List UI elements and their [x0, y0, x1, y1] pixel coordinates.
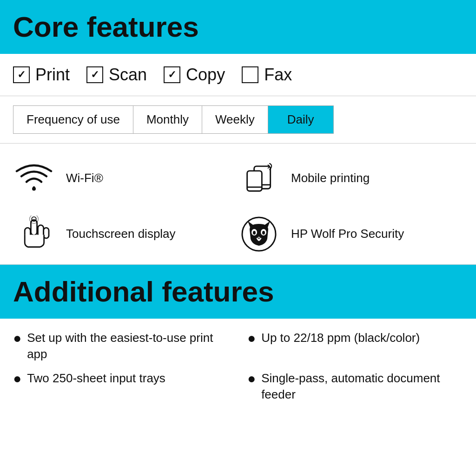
- feature-text-4: Single-pass, automatic document feeder: [261, 370, 463, 403]
- checkbox-item-copy[interactable]: Copy: [164, 65, 225, 85]
- icon-item-mobile: Mobile printing: [238, 157, 463, 199]
- list-item: ● Set up with the easiest-to-use print a…: [13, 330, 229, 362]
- list-item: ● Up to 22/18 ppm (black/color): [247, 330, 463, 362]
- wolf-security-label: HP Wolf Pro Security: [291, 226, 404, 242]
- frequency-section: Frequency of use Monthly Weekly Daily: [0, 96, 476, 144]
- bullet-icon: ●: [247, 370, 256, 387]
- frequency-option-weekly[interactable]: Weekly: [202, 106, 268, 133]
- checkbox-label-print: Print: [35, 65, 70, 85]
- frequency-option-monthly[interactable]: Monthly: [133, 106, 202, 133]
- checkboxes-section: Print Scan Copy Fax: [0, 54, 476, 96]
- bullet-icon: ●: [13, 370, 21, 387]
- checkbox-print[interactable]: [13, 66, 30, 83]
- checkbox-scan[interactable]: [86, 66, 103, 83]
- svg-point-14: [253, 231, 256, 235]
- checkbox-item-fax[interactable]: Fax: [242, 65, 292, 85]
- checkbox-copy[interactable]: [164, 66, 180, 83]
- checkbox-fax[interactable]: [242, 66, 258, 83]
- icon-item-wifi: Wi-Fi®: [13, 157, 238, 199]
- checkbox-label-copy: Copy: [186, 65, 225, 85]
- touchscreen-icon: [13, 213, 55, 255]
- mobile-printing-label: Mobile printing: [291, 170, 370, 186]
- bullet-icon: ●: [13, 330, 21, 347]
- additional-features-title: Additional features: [13, 276, 463, 308]
- svg-rect-5: [31, 220, 37, 236]
- core-features-header: Core features: [0, 0, 476, 54]
- core-features-title: Core features: [13, 11, 463, 43]
- feature-text-2: Up to 22/18 ppm (black/color): [261, 330, 420, 346]
- frequency-label: Frequency of use: [13, 106, 133, 133]
- checkbox-item-scan[interactable]: Scan: [86, 65, 147, 85]
- checkbox-item-print[interactable]: Print: [13, 65, 70, 85]
- additional-features-header: Additional features: [0, 265, 476, 319]
- list-item: ● Two 250-sheet input trays: [13, 370, 229, 403]
- bullet-icon: ●: [247, 330, 256, 347]
- icon-item-touchscreen: Touchscreen display: [13, 213, 238, 255]
- wifi-label: Wi-Fi®: [66, 170, 103, 186]
- svg-rect-3: [247, 171, 262, 191]
- wolf-security-icon: [238, 213, 280, 255]
- frequency-row: Frequency of use Monthly Weekly Daily: [13, 105, 334, 134]
- checkbox-label-scan: Scan: [109, 65, 147, 85]
- icon-item-wolf: HP Wolf Pro Security: [238, 213, 463, 255]
- svg-point-15: [262, 231, 265, 235]
- frequency-option-daily[interactable]: Daily: [268, 106, 333, 133]
- checkboxes-row: Print Scan Copy Fax: [13, 65, 463, 85]
- additional-features-list: ● Set up with the easiest-to-use print a…: [0, 319, 476, 413]
- wifi-icon: [13, 157, 55, 199]
- checkbox-label-fax: Fax: [264, 65, 292, 85]
- list-item: ● Single-pass, automatic document feeder: [247, 370, 463, 403]
- touchscreen-label: Touchscreen display: [66, 226, 176, 242]
- feature-text-3: Two 250-sheet input trays: [27, 370, 165, 386]
- feature-text-1: Set up with the easiest-to-use print app: [27, 330, 229, 362]
- icons-section: Wi-Fi® Mobile printing: [0, 144, 476, 265]
- mobile-printing-icon: [238, 157, 280, 199]
- svg-point-0: [32, 187, 36, 191]
